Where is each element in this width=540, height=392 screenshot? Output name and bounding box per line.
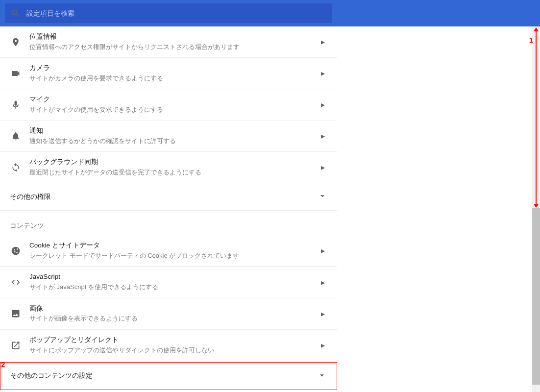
- header: [0, 0, 540, 26]
- row-location[interactable]: 位置情報 位置情報へのアクセス権限がサイトからリクエストされる場合があります ▸: [0, 26, 337, 58]
- row-title: 画像: [29, 304, 319, 314]
- row-text: バックグラウンド同期 最近閉じたサイトがデータの送受信を完了できるようにする: [29, 158, 319, 177]
- row-background-sync[interactable]: バックグラウンド同期 最近閉じたサイトがデータの送受信を完了できるようにする ▸: [0, 152, 337, 183]
- row-notifications[interactable]: 通知 通知を送信するかどうかの確認をサイトに許可する ▸: [0, 121, 337, 152]
- row-subtitle: サイトが画像を表示できるようにする: [29, 314, 319, 323]
- chevron-down-icon: [318, 191, 327, 202]
- image-icon: [10, 308, 22, 319]
- row-text: ポップアップとリダイレクト サイトにポップアップの送信やリダイレクトの使用を許可…: [29, 336, 319, 355]
- search-input[interactable]: [26, 9, 327, 17]
- row-title: 通知: [29, 126, 319, 136]
- row-title: バックグラウンド同期: [29, 158, 319, 167]
- row-title: ポップアップとリダイレクト: [29, 336, 319, 345]
- row-subtitle: シークレット モードでサードパーティの Cookie がブロックされています: [29, 251, 319, 260]
- search-icon: [10, 7, 22, 19]
- code-icon: [10, 276, 22, 288]
- chevron-right-icon: ▸: [319, 341, 327, 350]
- chevron-right-icon: ▸: [319, 131, 327, 141]
- chevron-right-icon: ▸: [319, 100, 327, 109]
- cookie-icon: [10, 245, 22, 257]
- row-subtitle: 位置情報へのアクセス権限がサイトからリクエストされる場合があります: [29, 43, 319, 51]
- row-javascript[interactable]: JavaScript サイトが JavaScript を使用できるようにする ▸: [0, 267, 337, 298]
- popup-icon: [10, 340, 22, 351]
- row-subtitle: サイトがマイクの使用を要求できるようにする: [29, 105, 319, 114]
- row-text: 画像 サイトが画像を表示できるようにする: [29, 304, 319, 323]
- settings-panel: 位置情報 位置情報へのアクセス権限がサイトからリクエストされる場合があります ▸…: [0, 26, 337, 392]
- row-popups[interactable]: ポップアップとリダイレクト サイトにポップアップの送信やリダイレクトの使用を許可…: [0, 330, 337, 361]
- sync-icon: [10, 162, 22, 173]
- row-cookies[interactable]: Cookie とサイトデータ シークレット モードでサードパーティの Cooki…: [0, 235, 337, 267]
- location-icon: [10, 36, 22, 48]
- chevron-right-icon: ▸: [319, 37, 327, 47]
- more-content-settings-row[interactable]: その他のコンテンツの設定: [0, 363, 337, 390]
- row-subtitle: 通知を送信するかどうかの確認をサイトに許可する: [29, 137, 319, 146]
- permissions-list: 位置情報 位置情報へのアクセス権限がサイトからリクエストされる場合があります ▸…: [0, 26, 337, 390]
- annotation-arrow-down: [534, 204, 539, 208]
- annotation-label-2: 2: [1, 360, 5, 368]
- chevron-right-icon: ▸: [319, 309, 327, 318]
- row-subtitle: サイトが JavaScript を使用できるようにする: [29, 283, 319, 292]
- row-text: マイク サイトがマイクの使用を要求できるようにする: [29, 95, 319, 114]
- row-subtitle: 最近閉じたサイトがデータの送受信を完了できるようにする: [29, 168, 319, 177]
- row-title: カメラ: [29, 64, 319, 73]
- row-title: マイク: [29, 95, 319, 104]
- mic-icon: [10, 99, 22, 111]
- row-title: 位置情報: [29, 32, 319, 42]
- more-content-label: その他のコンテンツの設定: [10, 371, 93, 380]
- row-camera[interactable]: カメラ サイトがカメラの使用を要求できるようにする ▸: [0, 58, 337, 89]
- row-subtitle: サイトにポップアップの送信やリダイレクトの使用を許可しない: [29, 346, 319, 355]
- content-section-header: コンテンツ: [0, 211, 337, 235]
- more-permissions-label: その他の権限: [10, 193, 51, 201]
- row-text: JavaScript サイトが JavaScript を使用できるようにする: [29, 272, 319, 292]
- camera-icon: [10, 68, 22, 79]
- chevron-right-icon: ▸: [319, 163, 327, 172]
- chevron-right-icon: ▸: [319, 69, 327, 78]
- row-mic[interactable]: マイク サイトがマイクの使用を要求できるようにする ▸: [0, 89, 337, 121]
- bell-icon: [10, 130, 22, 142]
- search-bar[interactable]: [5, 3, 332, 23]
- row-title: Cookie とサイトデータ: [29, 241, 319, 250]
- chevron-right-icon: ▸: [319, 246, 327, 255]
- annotation-label-1: 1: [529, 36, 533, 44]
- row-subtitle: サイトがカメラの使用を要求できるようにする: [29, 74, 319, 83]
- chevron-down-icon: [317, 370, 327, 382]
- annotation-highlight-box: その他のコンテンツの設定: [0, 362, 337, 390]
- chevron-right-icon: ▸: [319, 278, 327, 287]
- row-title: JavaScript: [29, 272, 319, 282]
- row-images[interactable]: 画像 サイトが画像を表示できるようにする ▸: [0, 298, 337, 330]
- annotation-arrow-line: [536, 30, 537, 205]
- more-permissions-row[interactable]: その他の権限: [0, 183, 337, 211]
- row-text: 位置情報 位置情報へのアクセス権限がサイトからリクエストされる場合があります: [29, 32, 319, 51]
- row-text: Cookie とサイトデータ シークレット モードでサードパーティの Cooki…: [29, 241, 319, 260]
- row-text: 通知 通知を送信するかどうかの確認をサイトに許可する: [29, 126, 319, 146]
- row-text: カメラ サイトがカメラの使用を要求できるようにする: [29, 64, 319, 83]
- scrollbar-thumb[interactable]: [532, 208, 540, 385]
